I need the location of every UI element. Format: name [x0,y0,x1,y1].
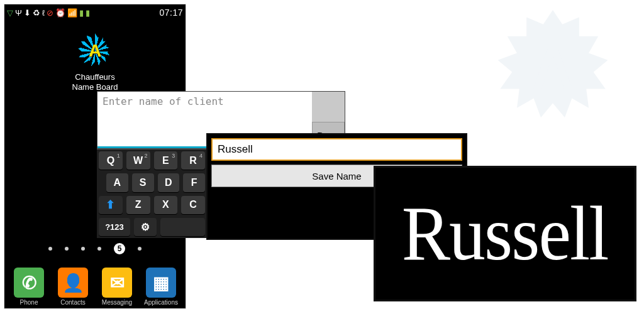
dock-label: Applications [142,299,180,306]
name-display-board: Russell [374,166,636,301]
dock-label: Messaging [97,299,136,306]
key-f[interactable]: F [183,173,205,192]
saved-name-input[interactable] [211,138,462,161]
key-z[interactable]: Z [126,196,150,214]
app-burst-icon[interactable]: A [77,33,113,70]
gear-icon: ⚙ [141,221,150,233]
dock-phone[interactable]: ✆ Phone [9,268,48,306]
envelope-icon: ✉ [102,268,132,298]
pager-dot-active[interactable]: 5 [114,243,125,254]
dock-label: Phone [9,299,48,306]
key-x[interactable]: X [154,196,178,214]
key-q[interactable]: Q1 [99,151,123,170]
key-s[interactable]: S [132,173,154,192]
key-settings[interactable]: ⚙ [134,218,157,236]
pager-dot[interactable] [65,247,69,251]
download-icon: ⬇ [24,9,31,17]
signal2-icon: ▮ [79,9,84,17]
status-left-icons: ▽ Ψ ⬇ ♻ ℓ ⊘ ⏰ 📶 ▮ ▮ [7,9,90,17]
key-a[interactable]: A [106,173,128,192]
app-title: Chauffeurs Name Board [4,72,186,92]
dock: ✆ Phone 👤 Contacts ✉ Messaging ▦ Applica… [4,257,186,308]
key-r[interactable]: R4 [181,151,205,170]
dock-apps[interactable]: ▦ Applications [142,268,180,306]
shield-icon: ▽ [7,9,13,17]
apps-grid-icon: ▦ [146,268,176,298]
display-name-text: Russell [402,195,608,272]
status-bar: ▽ Ψ ⬇ ♻ ℓ ⊘ ⏰ 📶 ▮ ▮ 07:17 [4,4,186,21]
usb-icon: Ψ [15,9,22,17]
pager-dot[interactable] [48,247,52,251]
key-d[interactable]: D [158,173,180,192]
key-e[interactable]: E3 [154,151,178,170]
status-time: 07:17 [159,8,183,18]
key-symbols[interactable]: ?123 [99,218,130,236]
contacts-icon: 👤 [58,268,88,298]
phone-icon: ✆ [14,268,44,298]
pager-dot[interactable] [138,247,142,251]
battery-icon: ▮ [86,9,90,17]
alarm-icon: ⏰ [55,9,65,17]
llama-icon: ℓ [42,9,45,17]
key-c[interactable]: C [181,196,205,214]
dock-label: Contacts [53,299,92,306]
dock-messaging[interactable]: ✉ Messaging [97,268,136,306]
pager-dot[interactable] [97,247,101,251]
key-space[interactable] [160,218,205,236]
key-shift[interactable]: ⬆ [99,196,123,214]
recycle-icon: ♻ [33,9,40,17]
pager-dot[interactable] [81,247,85,251]
wifi-blocked-icon: ⊘ [47,9,53,17]
home-pager[interactable]: 5 [4,243,186,254]
dock-contacts[interactable]: 👤 Contacts [53,268,92,306]
key-w[interactable]: W2 [126,151,150,170]
signal-icon: 📶 [67,9,77,17]
watermark-burst-icon: A [493,10,613,129]
done-spacer [312,92,345,122]
soft-keyboard[interactable]: Q1 W2 E3 R4 A S D F ⬆ Z X C ?123 ⚙ [97,149,207,238]
